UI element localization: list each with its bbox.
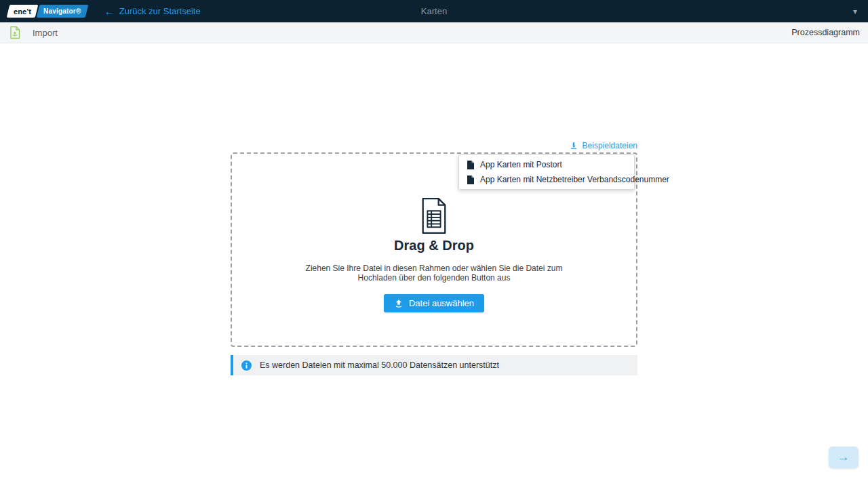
info-icon xyxy=(241,360,252,371)
upload-icon xyxy=(394,299,403,308)
sample-files-link[interactable]: Beispieldateien xyxy=(231,139,637,152)
enet-navigator-logo[interactable]: ene't Navigator® xyxy=(8,5,87,18)
logo-enet-segment: ene't xyxy=(7,5,39,18)
sample-files-label: Beispieldateien xyxy=(583,141,637,150)
back-link-label: Zurück zur Startseite xyxy=(119,6,201,16)
page-title: Karten xyxy=(421,6,447,16)
sample-files-menu: App Karten mit Postort App Karten mit Ne… xyxy=(458,154,635,190)
dropzone-description: Ziehen Sie Ihre Datei in diesen Rahmen o… xyxy=(292,264,576,283)
menu-item-label: App Karten mit Postort xyxy=(480,160,562,169)
back-arrow-icon: ← xyxy=(104,6,115,16)
top-header-bar: ene't Navigator® ← Zurück zur Startseite… xyxy=(0,0,868,22)
next-step-button[interactable]: → xyxy=(829,447,859,468)
menu-item-app-karten-netzbetreiber[interactable]: App Karten mit Netzbetreiber Verbandscod… xyxy=(459,172,634,187)
dropzone-title: Drag & Drop xyxy=(394,238,474,253)
choose-file-button-label: Datei auswählen xyxy=(409,298,474,308)
back-to-start-link[interactable]: ← Zurück zur Startseite xyxy=(104,6,201,16)
import-section-label: Import xyxy=(33,28,58,38)
choose-file-button[interactable]: Datei auswählen xyxy=(384,294,484,312)
file-icon xyxy=(467,175,474,184)
import-file-icon xyxy=(8,26,22,39)
toolbar: Import Prozessdiagramm xyxy=(0,22,868,43)
file-icon xyxy=(467,161,474,169)
file-dropzone[interactable]: App Karten mit Postort App Karten mit Ne… xyxy=(231,152,637,347)
info-message: Es werden Dateien mit maximal 50.000 Dat… xyxy=(260,360,499,370)
process-diagram-link[interactable]: Prozessdiagramm xyxy=(791,28,860,37)
download-icon xyxy=(569,141,578,150)
info-banner: Es werden Dateien mit maximal 50.000 Dat… xyxy=(231,355,637,375)
arrow-right-icon: → xyxy=(838,451,850,463)
main-content: Beispieldateien App Karten mit Postort xyxy=(0,43,868,477)
chevron-down-icon[interactable]: ▾ xyxy=(853,7,857,16)
logo-navigator-segment: Navigator® xyxy=(37,5,88,18)
menu-item-app-karten-postort[interactable]: App Karten mit Postort xyxy=(459,157,634,172)
spreadsheet-document-icon xyxy=(418,197,450,234)
menu-item-label: App Karten mit Netzbetreiber Verbandscod… xyxy=(480,175,669,184)
